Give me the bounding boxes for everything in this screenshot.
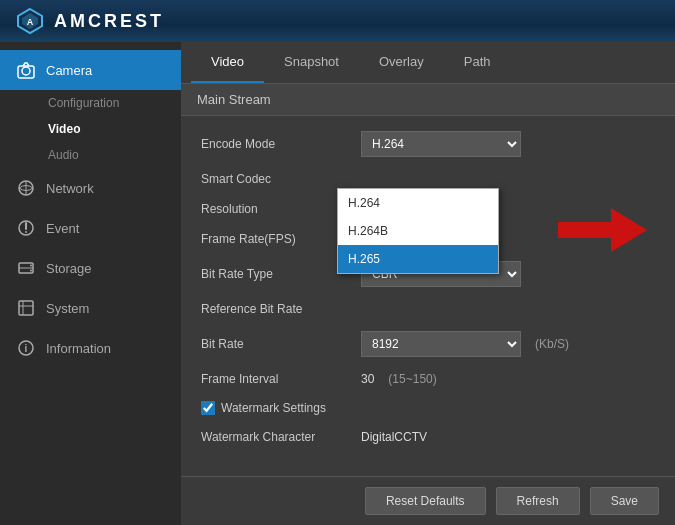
sidebar-storage-label: Storage <box>46 261 92 276</box>
section-header: Main Stream <box>181 84 675 116</box>
frame-interval-row: Frame Interval 30 (15~150) <box>201 364 655 394</box>
event-icon <box>16 218 36 238</box>
sidebar-item-storage[interactable]: Storage <box>0 248 181 288</box>
reference-bit-rate-row: Reference Bit Rate <box>201 294 655 324</box>
content-area: Video Snapshot Overlay Path Main Stream … <box>181 42 675 525</box>
svg-rect-13 <box>19 301 33 315</box>
sidebar: Camera Configuration Video Audio Network… <box>0 42 181 525</box>
arrow-head <box>611 208 647 252</box>
dropdown-option-h264[interactable]: H.264 <box>338 189 498 217</box>
brand-label: AMCREST <box>54 11 164 32</box>
watermark-character-value: DigitalCCTV <box>361 430 427 444</box>
main-layout: Camera Configuration Video Audio Network… <box>0 42 675 525</box>
sidebar-event-label: Event <box>46 221 79 236</box>
encode-mode-select[interactable]: H.264 H.264B H.265 <box>361 131 521 157</box>
network-icon <box>16 178 36 198</box>
system-icon <box>16 298 36 318</box>
reference-bit-rate-label: Reference Bit Rate <box>201 302 361 316</box>
sidebar-sub-configuration[interactable]: Configuration <box>0 90 181 116</box>
frame-interval-hint: (15~150) <box>388 372 436 386</box>
reset-defaults-button[interactable]: Reset Defaults <box>365 487 486 515</box>
sidebar-network-label: Network <box>46 181 94 196</box>
sidebar-sub-video[interactable]: Video <box>0 116 181 142</box>
frame-interval-label: Frame Interval <box>201 372 361 386</box>
dropdown-option-h265[interactable]: H.265 <box>338 245 498 273</box>
form-area: Encode Mode H.264 H.264B H.265 Smart Cod… <box>181 116 675 476</box>
svg-text:i: i <box>25 343 28 354</box>
watermark-character-control: DigitalCCTV <box>361 430 427 444</box>
bit-rate-row: Bit Rate 8192 4096 2048 (Kb/S) <box>201 324 655 364</box>
svg-point-12 <box>30 270 32 272</box>
storage-icon <box>16 258 36 278</box>
red-arrow-indicator <box>558 208 647 252</box>
sidebar-item-system[interactable]: System <box>0 288 181 328</box>
watermark-character-row: Watermark Character DigitalCCTV <box>201 422 655 452</box>
amcrest-logo-icon: A <box>16 7 44 35</box>
section-title: Main Stream <box>197 92 271 107</box>
encode-mode-label: Encode Mode <box>201 137 361 151</box>
info-icon: i <box>16 338 36 358</box>
svg-point-11 <box>30 265 32 267</box>
save-button[interactable]: Save <box>590 487 659 515</box>
bit-rate-select[interactable]: 8192 4096 2048 <box>361 331 521 357</box>
sidebar-information-label: Information <box>46 341 111 356</box>
sidebar-item-event[interactable]: Event <box>0 208 181 248</box>
dropdown-option-h264b[interactable]: H.264B <box>338 217 498 245</box>
tab-video[interactable]: Video <box>191 42 264 83</box>
bit-rate-control: 8192 4096 2048 (Kb/S) <box>361 331 569 357</box>
tab-overlay[interactable]: Overlay <box>359 42 444 83</box>
logo-area: A AMCREST <box>16 7 164 35</box>
sidebar-camera-label: Camera <box>46 63 92 78</box>
watermark-settings-row: Watermark Settings <box>201 394 655 422</box>
sidebar-item-information[interactable]: i Information <box>0 328 181 368</box>
watermark-character-label: Watermark Character <box>201 430 361 444</box>
encode-mode-dropdown: H.264 H.264B H.265 <box>337 188 499 274</box>
bottom-bar: Reset Defaults Refresh Save <box>181 476 675 525</box>
watermark-settings-label: Watermark Settings <box>221 401 326 415</box>
svg-point-3 <box>22 67 30 75</box>
watermark-settings-checkbox[interactable] <box>201 401 215 415</box>
tab-snapshot[interactable]: Snapshot <box>264 42 359 83</box>
svg-text:A: A <box>27 17 34 27</box>
frame-interval-control: 30 (15~150) <box>361 372 437 386</box>
sidebar-item-network[interactable]: Network <box>0 168 181 208</box>
refresh-button[interactable]: Refresh <box>496 487 580 515</box>
sidebar-item-camera[interactable]: Camera <box>0 50 181 90</box>
bit-rate-hint: (Kb/S) <box>535 337 569 351</box>
frame-interval-value: 30 <box>361 372 374 386</box>
bit-rate-label: Bit Rate <box>201 337 361 351</box>
smart-codec-label: Smart Codec <box>201 172 361 186</box>
app-header: A AMCREST <box>0 0 675 42</box>
svg-rect-4 <box>18 66 34 78</box>
sidebar-system-label: System <box>46 301 89 316</box>
svg-point-8 <box>25 231 27 233</box>
tab-bar: Video Snapshot Overlay Path <box>181 42 675 84</box>
sidebar-sub-audio[interactable]: Audio <box>0 142 181 168</box>
arrow-body <box>558 222 612 238</box>
camera-icon <box>16 60 36 80</box>
tab-path[interactable]: Path <box>444 42 511 83</box>
encode-mode-control: H.264 H.264B H.265 <box>361 131 521 157</box>
encode-mode-row: Encode Mode H.264 H.264B H.265 <box>201 124 655 164</box>
